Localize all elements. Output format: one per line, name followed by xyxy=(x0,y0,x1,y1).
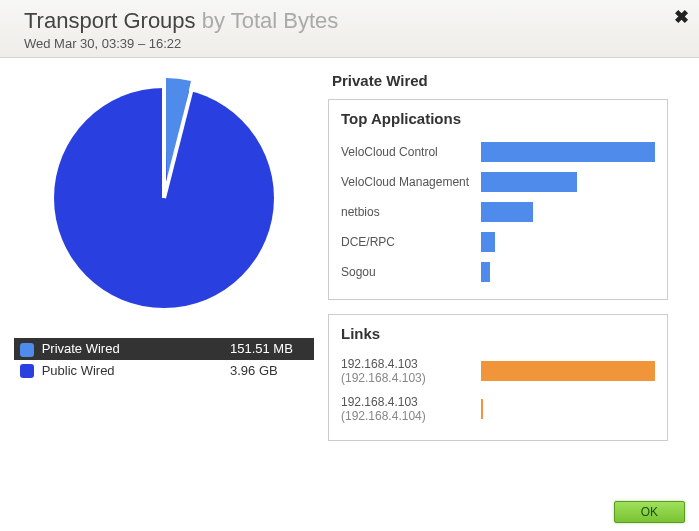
title-sub: by Total Bytes xyxy=(202,8,339,33)
bar-track xyxy=(481,172,655,192)
bar-label: Sogou xyxy=(341,265,481,279)
legend-row[interactable]: Public Wired 3.96 GB xyxy=(14,360,314,382)
bar-fill xyxy=(481,399,483,419)
bar-label: VeloCloud Management xyxy=(341,175,481,189)
bar-row[interactable]: DCE/RPC xyxy=(341,227,655,257)
bar-fill xyxy=(481,202,533,222)
bar-label: netbios xyxy=(341,205,481,219)
bar-track xyxy=(481,142,655,162)
detail-title: Private Wired xyxy=(332,72,668,89)
swatch-icon xyxy=(20,364,34,378)
bar-track xyxy=(481,232,655,252)
ok-button[interactable]: OK xyxy=(614,501,685,523)
dialog-title: Transport Groups by Total Bytes xyxy=(24,8,683,34)
top-applications-panel: Top Applications VeloCloud ControlVeloCl… xyxy=(328,99,668,300)
legend-row-selected[interactable]: Private Wired 151.51 MB xyxy=(14,338,314,360)
legend-name: Private Wired xyxy=(42,341,120,356)
title-main: Transport Groups xyxy=(24,8,196,33)
bar-label: 192.168.4.103(192.168.4.104) xyxy=(341,395,481,424)
bar-row[interactable]: netbios xyxy=(341,197,655,227)
bar-track xyxy=(481,361,655,381)
links-title: Links xyxy=(341,325,655,342)
bar-label: VeloCloud Control xyxy=(341,145,481,159)
bar-fill xyxy=(481,262,490,282)
bar-track xyxy=(481,262,655,282)
legend-name: Public Wired xyxy=(42,363,115,378)
legend-value: 151.51 MB xyxy=(224,338,314,360)
bar-label: DCE/RPC xyxy=(341,235,481,249)
bar-label: 192.168.4.103(192.168.4.103) xyxy=(341,357,481,386)
links-panel: Links 192.168.4.103(192.168.4.103)192.16… xyxy=(328,314,668,441)
bar-row[interactable]: VeloCloud Management xyxy=(341,167,655,197)
pie-chart[interactable] xyxy=(14,68,314,338)
bar-row[interactable]: 192.168.4.103(192.168.4.103) xyxy=(341,352,655,390)
top-applications-title: Top Applications xyxy=(341,110,655,127)
close-icon[interactable]: ✖ xyxy=(674,6,689,28)
swatch-icon xyxy=(20,343,34,357)
legend-table: Private Wired 151.51 MB Public Wired 3.9… xyxy=(14,338,314,381)
bar-track xyxy=(481,399,655,419)
bar-track xyxy=(481,202,655,222)
bar-fill xyxy=(481,172,577,192)
bar-row[interactable]: 192.168.4.103(192.168.4.104) xyxy=(341,390,655,428)
dialog-footer: OK xyxy=(614,501,685,523)
legend-value: 3.96 GB xyxy=(224,360,314,382)
bar-row[interactable]: Sogou xyxy=(341,257,655,287)
dialog-subtitle: Wed Mar 30, 03:39 – 16:22 xyxy=(24,36,683,51)
bar-fill xyxy=(481,232,495,252)
bar-fill xyxy=(481,142,655,162)
bar-row[interactable]: VeloCloud Control xyxy=(341,137,655,167)
bar-fill xyxy=(481,361,655,381)
dialog-header: Transport Groups by Total Bytes Wed Mar … xyxy=(0,0,699,58)
